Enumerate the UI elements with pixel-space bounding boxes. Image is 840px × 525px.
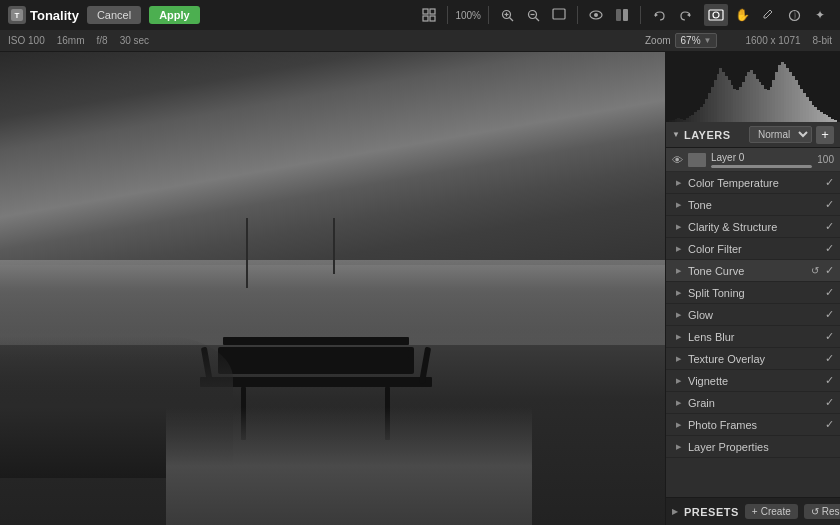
grid-icon[interactable]: [418, 4, 440, 26]
preview-button[interactable]: [585, 4, 607, 26]
expand-icon: ▶: [676, 443, 684, 451]
undo-button[interactable]: [648, 4, 670, 26]
layer-name-bar: Layer 0: [711, 152, 812, 168]
layer-visibility-icon[interactable]: 👁: [672, 154, 683, 166]
adjustment-label: Vignette: [688, 375, 821, 387]
layers-expand-icon: ▼: [672, 130, 680, 139]
adjustment-row[interactable]: ▶Photo Frames✓: [666, 414, 840, 436]
svg-point-21: [713, 12, 719, 18]
svg-rect-17: [623, 9, 628, 21]
layer-opacity-track[interactable]: [711, 165, 812, 168]
adjustments-list: ▶Color Temperature✓▶Tone✓▶Clarity & Stru…: [666, 172, 840, 497]
reset-icon: ↺: [811, 506, 819, 517]
adjustment-row[interactable]: ▶Color Filter✓: [666, 238, 840, 260]
adjustment-label: Grain: [688, 397, 821, 409]
separator4: [640, 6, 641, 24]
adjustment-label: Tone: [688, 199, 821, 211]
create-preset-button[interactable]: + Create: [745, 504, 798, 519]
app-name: Tonality: [30, 8, 79, 23]
adjustment-label: Clarity & Structure: [688, 221, 821, 233]
check-icon: ✓: [825, 374, 834, 387]
iso-value: ISO 100: [8, 35, 45, 46]
svg-rect-4: [423, 16, 428, 21]
layer-opacity-value: 100: [817, 154, 834, 165]
separator: [447, 6, 448, 24]
adjustment-row[interactable]: ▶Color Temperature✓: [666, 172, 840, 194]
toolbar-tools: 100%: [418, 4, 696, 26]
logo-icon: T: [8, 6, 26, 24]
adjustment-row[interactable]: ▶Layer Properties: [666, 436, 840, 458]
layers-header: ▼ LAYERS Normal +: [666, 122, 840, 148]
adjustment-row[interactable]: ▶Tone✓: [666, 194, 840, 216]
redo-button[interactable]: [674, 4, 696, 26]
refresh-icon[interactable]: ↺: [811, 265, 819, 276]
cancel-button[interactable]: Cancel: [87, 6, 141, 24]
check-icon: ✓: [825, 418, 834, 431]
bit-depth-value: 8-bit: [813, 35, 832, 46]
adjustment-row[interactable]: ▶Texture Overlay✓: [666, 348, 840, 370]
adjustment-row[interactable]: ▶Vignette✓: [666, 370, 840, 392]
layer-row[interactable]: 👁 Layer 0 100: [666, 148, 840, 172]
presets-bar: ▶ PRESETS + Create ↺ Reset: [666, 497, 840, 525]
layer-opacity-fill: [711, 165, 812, 168]
shutter-value: 30 sec: [120, 35, 149, 46]
brush-mode-button[interactable]: [756, 4, 780, 26]
adjustment-row[interactable]: ▶Tone Curve↺✓: [666, 260, 840, 282]
image-canvas-area[interactable]: [0, 52, 665, 525]
adjustment-label: Color Temperature: [688, 177, 821, 189]
create-icon: +: [752, 506, 758, 517]
svg-point-15: [594, 13, 598, 17]
adjustment-row[interactable]: ▶Split Toning✓: [666, 282, 840, 304]
fit-button[interactable]: [548, 4, 570, 26]
right-panel: ▼ LAYERS Normal + 👁 Layer 0 100: [665, 52, 840, 525]
svg-rect-13: [553, 9, 565, 19]
pole-left: [246, 218, 248, 289]
check-icon: ✓: [825, 220, 834, 233]
adjustment-label: Tone Curve: [688, 265, 807, 277]
histogram: [666, 52, 840, 122]
adjustment-row[interactable]: ▶Glow✓: [666, 304, 840, 326]
svg-rect-3: [430, 9, 435, 14]
expand-icon: ▶: [676, 289, 684, 297]
zoom-out-button[interactable]: [522, 4, 544, 26]
apply-button[interactable]: Apply: [149, 6, 200, 24]
adjustment-label: Layer Properties: [688, 441, 834, 453]
gradient-mode-button[interactable]: [782, 4, 806, 26]
compare-button[interactable]: [611, 4, 633, 26]
histogram-bars: [666, 52, 840, 122]
expand-icon: ▶: [676, 333, 684, 341]
reset-preset-button[interactable]: ↺ Reset: [804, 504, 840, 519]
adjustment-label: Split Toning: [688, 287, 821, 299]
zoom-in-button[interactable]: [496, 4, 518, 26]
adjustment-row[interactable]: ▶Grain✓: [666, 392, 840, 414]
expand-icon: ▶: [676, 421, 684, 429]
check-icon: ✓: [825, 176, 834, 189]
meta-right: 1600 x 1071 8-bit: [745, 35, 832, 46]
focal-value: 16mm: [57, 35, 85, 46]
add-layer-button[interactable]: +: [816, 126, 834, 144]
zoom-value-display[interactable]: 67% ▼: [675, 33, 718, 48]
layers-section: ▼ LAYERS Normal + 👁 Layer 0 100: [666, 122, 840, 172]
star-mode-button[interactable]: ✦: [808, 4, 832, 26]
hand-mode-button[interactable]: ✋: [730, 4, 754, 26]
svg-rect-2: [423, 9, 428, 14]
svg-line-7: [509, 17, 513, 21]
zoom-label: Zoom: [645, 35, 671, 46]
adjustment-label: Texture Overlay: [688, 353, 821, 365]
adjustment-row[interactable]: ▶Lens Blur✓: [666, 326, 840, 348]
check-icon: ✓: [825, 330, 834, 343]
zoom-control: Zoom 67% ▼: [645, 33, 718, 48]
expand-icon: ▶: [676, 355, 684, 363]
aperture-value: f/8: [97, 35, 108, 46]
adjustment-row[interactable]: ▶Clarity & Structure✓: [666, 216, 840, 238]
expand-icon: ▶: [676, 399, 684, 407]
blend-mode-select[interactable]: Normal: [749, 126, 812, 143]
separator3: [577, 6, 578, 24]
adjustment-label: Photo Frames: [688, 419, 821, 431]
check-icon: ✓: [825, 242, 834, 255]
layer-thumbnail: [688, 153, 706, 167]
photo-mode-button[interactable]: [704, 4, 728, 26]
svg-line-11: [535, 17, 539, 21]
hist-bar: [834, 120, 837, 123]
image-canvas: [0, 52, 665, 525]
